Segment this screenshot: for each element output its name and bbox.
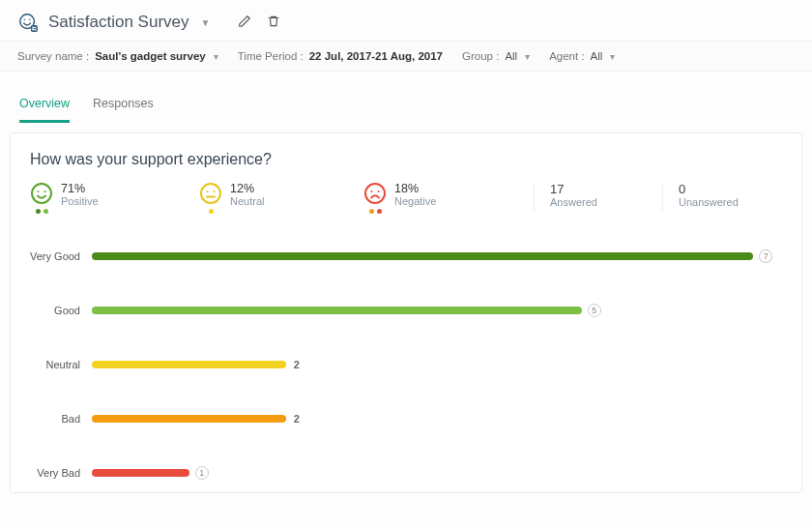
divider (662, 184, 663, 212)
frown-icon (363, 182, 387, 205)
survey-name-value[interactable]: Saul's gadget survey (95, 50, 206, 62)
bar-count: 7 (759, 249, 772, 263)
page-title: Satisfaction Survey (48, 13, 189, 32)
group-caret[interactable]: ▾ (525, 51, 530, 62)
svg-point-4 (32, 184, 51, 203)
bar-fill-bad (92, 415, 286, 423)
bar-row-bad: Bad 2 (20, 413, 772, 425)
filter-bar: Survey name : Saul's gadget survey ▾ Tim… (0, 41, 812, 72)
rating-bar-chart: Very Good 7 Good 5 Neutral 2 (11, 221, 801, 492)
edit-icon[interactable] (235, 15, 254, 31)
bar-fill-good (92, 307, 582, 314)
divider (534, 184, 535, 212)
svg-point-10 (365, 184, 385, 203)
neutral-face-icon (199, 182, 222, 205)
bar-label: Good (20, 305, 80, 316)
neutral-label: Neutral (230, 195, 264, 207)
neutral-pct: 12% (230, 182, 264, 195)
delete-icon[interactable] (264, 15, 283, 31)
negative-label: Negative (394, 195, 436, 207)
bar-count: 5 (588, 304, 601, 317)
bar-fill-neutral (92, 361, 286, 368)
title-dropdown-caret[interactable]: ▼ (201, 17, 211, 28)
survey-name-label: Survey name : (17, 50, 89, 62)
svg-point-8 (207, 191, 209, 192)
agent-caret[interactable]: ▾ (610, 51, 615, 62)
group-value[interactable]: All (505, 50, 517, 62)
svg-point-11 (371, 191, 373, 192)
bar-row-very-good: Very Good 7 (20, 250, 772, 262)
svg-point-5 (38, 191, 40, 192)
answered-block: 17 Answered (550, 182, 647, 208)
tabs: Overview Responses (10, 91, 802, 127)
bar-label: Bad (20, 413, 80, 425)
negative-dots (369, 209, 382, 214)
bar-label: Very Good (20, 250, 80, 262)
metric-negative: 18% Negative (363, 182, 518, 214)
neutral-dots (209, 209, 214, 214)
unanswered-label: Unanswered (679, 196, 739, 208)
svg-point-6 (44, 191, 46, 192)
bar-count: 1 (195, 466, 209, 480)
svg-point-9 (214, 191, 216, 192)
bar-label: Very Bad (20, 467, 80, 479)
survey-question: How was your support experience? (30, 151, 782, 168)
tab-responses[interactable]: Responses (93, 91, 154, 123)
svg-point-2 (29, 19, 30, 20)
answered-label: Answered (550, 196, 647, 208)
time-period-label: Time Period : (238, 50, 304, 62)
page-header: Satisfaction Survey ▼ (0, 0, 812, 41)
bar-row-neutral: Neutral 2 (20, 359, 772, 370)
answered-count: 17 (550, 182, 647, 196)
bar-row-good: Good 5 (20, 305, 772, 316)
group-label: Group : (462, 50, 499, 62)
summary-row: 71% Positive (30, 182, 782, 214)
survey-logo-icon (17, 12, 39, 33)
metric-positive: 71% Positive (30, 182, 189, 214)
bar-label: Neutral (20, 359, 80, 370)
positive-pct: 71% (61, 182, 99, 195)
metric-neutral: 12% Neutral (199, 182, 354, 214)
overview-card: How was your support experience? (10, 132, 802, 493)
bar-count: 2 (286, 359, 300, 370)
smile-icon (30, 182, 53, 205)
bar-fill-very-good (92, 252, 753, 260)
survey-name-caret[interactable]: ▾ (214, 51, 218, 62)
bar-fill-very-bad (92, 469, 189, 477)
negative-pct: 18% (394, 182, 436, 195)
agent-label: Agent : (549, 50, 584, 62)
agent-value[interactable]: All (591, 50, 603, 62)
svg-point-12 (378, 191, 380, 192)
svg-point-1 (24, 19, 25, 20)
svg-point-7 (201, 184, 220, 203)
unanswered-block: 0 Unanswered (679, 182, 739, 208)
time-period-value[interactable]: 22 Jul, 2017-21 Aug, 2017 (309, 50, 443, 62)
bar-count: 2 (286, 413, 300, 425)
bar-row-very-bad: Very Bad 1 (20, 467, 772, 479)
unanswered-count: 0 (679, 182, 739, 196)
positive-label: Positive (61, 195, 99, 207)
positive-dots (36, 209, 48, 214)
tab-overview[interactable]: Overview (19, 91, 70, 123)
